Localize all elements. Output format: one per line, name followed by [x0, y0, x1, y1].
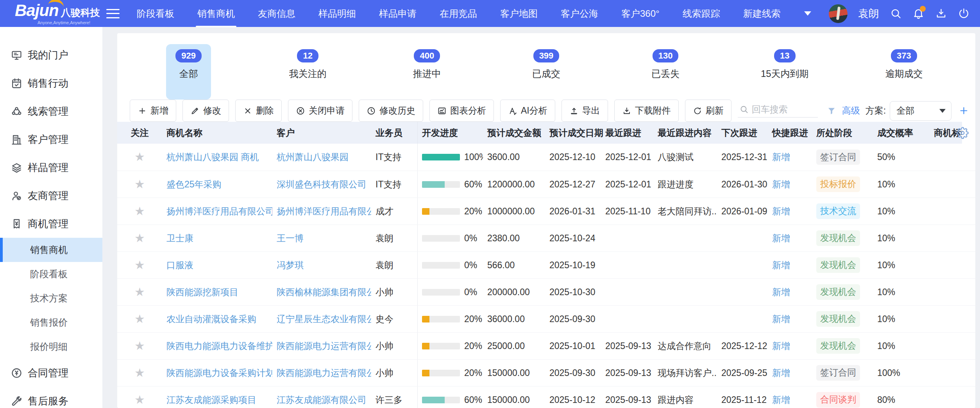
opportunity-name-link[interactable]: 口服液: [166, 260, 193, 270]
favorite-star-icon[interactable]: ★: [134, 313, 145, 325]
customer-link[interactable]: 冯梦琪: [277, 260, 304, 270]
column-header[interactable]: 关注: [117, 127, 162, 139]
sidebar-item[interactable]: 商机管理: [0, 210, 102, 238]
favorite-star-icon[interactable]: ★: [134, 394, 145, 406]
favorite-star-icon[interactable]: ★: [134, 286, 145, 298]
quick-follow-link[interactable]: 新增: [772, 179, 790, 189]
quick-follow-link[interactable]: 新增: [772, 395, 790, 405]
quick-follow-link[interactable]: 新增: [772, 260, 790, 270]
nav-item[interactable]: 友商信息: [258, 7, 295, 20]
导出-button[interactable]: 导出: [562, 100, 608, 122]
stat-filter-button[interactable]: 373逾期成交: [876, 44, 932, 100]
sidebar-subitem[interactable]: 阶段看板: [0, 262, 102, 286]
add-plan-icon[interactable]: [958, 105, 969, 116]
nav-item[interactable]: 样品明细: [318, 7, 356, 20]
sidebar-subitem[interactable]: 报价明细: [0, 335, 102, 359]
quick-follow-link[interactable]: 新增: [772, 233, 790, 243]
opportunity-name-link[interactable]: 江苏友成能源采购项目: [166, 395, 256, 405]
favorite-star-icon[interactable]: ★: [134, 232, 145, 244]
table-row[interactable]: ★农业自动灌溉设备采购辽宁星辰生态农业有限公司史今20%36000.002025…: [117, 305, 975, 332]
customer-link[interactable]: 杭州萧山八骏果园: [277, 152, 349, 162]
sidebar-item[interactable]: 线索管理: [0, 97, 102, 125]
修改历史-button[interactable]: 修改历史: [359, 100, 423, 122]
advanced-search-link[interactable]: 高级: [842, 105, 860, 117]
favorite-star-icon[interactable]: ★: [134, 205, 145, 217]
quick-follow-link[interactable]: 新增: [772, 287, 790, 297]
nav-item[interactable]: 线索跟踪: [683, 7, 720, 20]
sidebar-subitem[interactable]: 销售报价: [0, 310, 102, 335]
nav-item[interactable]: 阶段看板: [137, 7, 174, 20]
刷新-button[interactable]: 刷新: [685, 100, 731, 122]
customer-link[interactable]: 深圳盛色科技有限公司: [277, 179, 367, 189]
customer-link[interactable]: 陕西榆林能源集团有限公司: [277, 287, 371, 297]
新增-button[interactable]: 新增: [130, 100, 176, 122]
favorite-star-icon[interactable]: ★: [134, 151, 145, 163]
opportunity-name-link[interactable]: 卫士康: [166, 233, 193, 243]
sidebar-item[interactable]: 样品管理: [0, 153, 102, 182]
column-header[interactable]: 客户: [272, 127, 371, 139]
customer-link[interactable]: 扬州博洋医疗用品有限公司: [277, 206, 371, 216]
opportunity-name-link[interactable]: 陕西能源电力设备采购计划: [166, 368, 272, 378]
customer-link[interactable]: 辽宁星辰生态农业有限公司: [277, 314, 371, 324]
opportunity-name-link[interactable]: 农业自动灌溉设备采购: [166, 314, 256, 324]
search-input[interactable]: [752, 104, 810, 115]
关闭申请-button[interactable]: 关闭申请: [288, 100, 352, 122]
stat-filter-button[interactable]: 130已丢失: [642, 44, 689, 100]
customer-link[interactable]: 陕西能源电力运营有限公司: [277, 341, 371, 351]
plan-select[interactable]: 全部: [890, 101, 951, 121]
opportunity-name-link[interactable]: 盛色25年采购: [166, 179, 222, 189]
column-header[interactable]: 业务员: [371, 122, 418, 144]
stat-filter-button[interactable]: 399已成交: [523, 44, 570, 100]
column-header[interactable]: 最近跟进: [601, 127, 653, 139]
sidebar-subitem[interactable]: 销售商机: [0, 238, 102, 262]
favorite-star-icon[interactable]: ★: [134, 178, 145, 191]
download-center-icon[interactable]: [935, 7, 947, 20]
quick-follow-link[interactable]: 新增: [772, 206, 790, 216]
nav-item[interactable]: 客户360°: [621, 7, 660, 20]
customer-link[interactable]: 江苏友成能源有限公司: [277, 395, 367, 405]
opportunity-name-link[interactable]: 杭州萧山八骏果园 商机: [166, 152, 259, 162]
table-row[interactable]: ★卫士康王一博袁朗0%2380.002025-10-24新增发现机会10%: [117, 224, 975, 251]
table-row[interactable]: ★盛色25年采购深圳盛色科技有限公司IT支持60%1200000.002025-…: [117, 171, 975, 198]
customer-link[interactable]: 王一博: [277, 233, 304, 243]
sidebar-subitem[interactable]: 技术方案: [0, 286, 102, 310]
avatar[interactable]: [829, 4, 848, 23]
sidebar-item[interactable]: 我的门户: [0, 41, 102, 69]
column-header[interactable]: 预计成交日期: [545, 127, 601, 139]
quick-follow-link[interactable]: 新增: [772, 314, 790, 324]
quick-follow-link[interactable]: 新增: [772, 341, 790, 351]
search-icon[interactable]: [890, 7, 902, 20]
table-row[interactable]: ★江苏友成能源采购项目江苏友成能源有限公司许三多60%150000.002025…: [117, 386, 975, 408]
notifications-bell-icon[interactable]: [912, 7, 925, 20]
table-row[interactable]: ★陕西能源电力设备采购计划陕西能源电力运营有限公司小帅20%150000.002…: [117, 359, 975, 386]
column-header[interactable]: 最近跟进内容: [653, 127, 717, 139]
favorite-star-icon[interactable]: ★: [134, 259, 145, 271]
column-header[interactable]: 下次跟进: [717, 127, 768, 139]
column-header[interactable]: 开发进度: [418, 127, 483, 139]
table-row[interactable]: ★杭州萧山八骏果园 商机杭州萧山八骏果园IT支持100%3600.002025-…: [117, 144, 975, 171]
quick-follow-link[interactable]: 新增: [772, 152, 790, 162]
sidebar-item[interactable]: 合同管理: [0, 359, 102, 387]
table-row[interactable]: ★陕西能源挖新项目陕西榆林能源集团有限公司小帅0%200000.002025-1…: [117, 278, 975, 305]
stat-filter-button[interactable]: 400推进中: [404, 44, 451, 100]
quick-follow-link[interactable]: 新增: [772, 368, 790, 378]
table-row[interactable]: ★陕西电力能源电力设备维护...陕西能源电力运营有限公司小帅20%25000.0…: [117, 332, 975, 359]
favorite-star-icon[interactable]: ★: [134, 367, 145, 379]
nav-item[interactable]: 客户地图: [500, 7, 538, 20]
nav-item[interactable]: 在用竞品: [440, 7, 477, 20]
favorite-star-icon[interactable]: ★: [134, 340, 145, 352]
gear-icon[interactable]: [957, 127, 969, 139]
column-header[interactable]: 预计成交金额: [483, 127, 545, 139]
nav-item[interactable]: 样品申请: [379, 7, 417, 20]
sidebar-item[interactable]: 销售行动: [0, 69, 102, 97]
filter-funnel-icon[interactable]: [826, 106, 837, 116]
修改-button[interactable]: 修改: [182, 100, 229, 122]
图表分析-button[interactable]: 图表分析: [429, 100, 494, 122]
sidebar-item[interactable]: 友商管理: [0, 182, 102, 210]
menu-toggle-icon[interactable]: [106, 9, 120, 18]
customer-link[interactable]: 陕西能源电力运营有限公司: [277, 368, 371, 378]
table-row[interactable]: ★口服液冯梦琪袁朗0%566.002025-10-19新增发现机会10%: [117, 251, 975, 278]
sidebar-item[interactable]: 客户管理: [0, 125, 102, 153]
column-header[interactable]: 商机名称: [162, 127, 272, 139]
opportunity-name-link[interactable]: 陕西能源挖新项目: [166, 287, 238, 297]
